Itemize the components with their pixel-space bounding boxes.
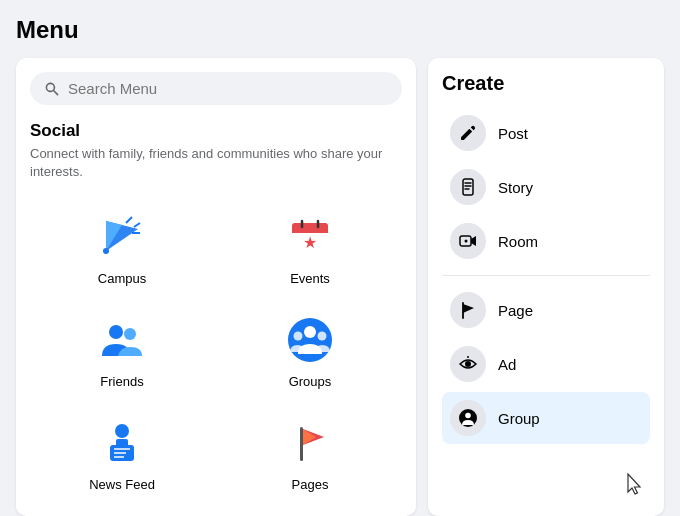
svg-point-35 bbox=[465, 413, 471, 419]
divider bbox=[442, 275, 650, 276]
story-icon bbox=[450, 169, 486, 205]
svg-point-21 bbox=[115, 424, 129, 438]
groups-item[interactable]: Groups bbox=[218, 300, 402, 399]
page-flag-icon bbox=[450, 292, 486, 328]
right-panel: Create Post Story bbox=[428, 58, 664, 516]
svg-point-30 bbox=[465, 240, 468, 243]
groups-label: Groups bbox=[289, 374, 332, 389]
search-bar[interactable] bbox=[30, 72, 402, 105]
post-icon bbox=[450, 115, 486, 151]
news-feed-item[interactable]: News Feed bbox=[30, 403, 214, 502]
room-label: Room bbox=[498, 233, 538, 250]
pages-label: Pages bbox=[292, 477, 329, 492]
svg-point-16 bbox=[124, 328, 136, 340]
svg-rect-23 bbox=[116, 439, 128, 449]
left-panel: Social Connect with family, friends and … bbox=[16, 58, 416, 516]
svg-point-20 bbox=[318, 332, 327, 341]
create-room-item[interactable]: Room bbox=[442, 215, 650, 267]
events-label: Events bbox=[290, 271, 330, 286]
page-title: Menu bbox=[16, 16, 664, 44]
cursor-icon bbox=[624, 472, 646, 498]
news-feed-label: News Feed bbox=[89, 477, 155, 492]
friends-item[interactable]: Friends bbox=[30, 300, 214, 399]
campus-item[interactable]: Campus bbox=[30, 197, 214, 296]
ad-icon bbox=[450, 346, 486, 382]
search-input[interactable] bbox=[68, 80, 388, 97]
news-feed-icon bbox=[96, 417, 148, 469]
social-section-title: Social bbox=[30, 121, 402, 141]
svg-point-17 bbox=[288, 318, 332, 362]
create-post-item[interactable]: Post bbox=[442, 107, 650, 159]
search-icon bbox=[44, 81, 60, 97]
campus-icon bbox=[96, 211, 148, 263]
room-icon bbox=[450, 223, 486, 259]
pages-item[interactable]: Pages bbox=[218, 403, 402, 502]
create-group-item[interactable]: Group bbox=[442, 392, 650, 444]
group-icon bbox=[450, 400, 486, 436]
create-page-item[interactable]: Page bbox=[442, 284, 650, 336]
svg-point-19 bbox=[294, 332, 303, 341]
create-title: Create bbox=[442, 72, 650, 95]
friends-icon bbox=[96, 314, 148, 366]
create-story-item[interactable]: Story bbox=[442, 161, 650, 213]
post-label: Post bbox=[498, 125, 528, 142]
svg-point-32 bbox=[465, 361, 471, 367]
story-label: Story bbox=[498, 179, 533, 196]
svg-text:★: ★ bbox=[303, 234, 317, 251]
svg-rect-27 bbox=[300, 427, 303, 461]
social-section-desc: Connect with family, friends and communi… bbox=[30, 145, 402, 181]
pages-icon bbox=[284, 417, 336, 469]
svg-line-4 bbox=[134, 223, 140, 227]
svg-point-2 bbox=[103, 248, 109, 254]
events-item[interactable]: ★ Events bbox=[218, 197, 402, 296]
groups-icon bbox=[284, 314, 336, 366]
group-label: Group bbox=[498, 410, 540, 427]
events-icon: ★ bbox=[284, 211, 336, 263]
svg-line-3 bbox=[126, 217, 132, 223]
social-grid: Campus bbox=[30, 197, 402, 502]
ad-label: Ad bbox=[498, 356, 516, 373]
svg-point-18 bbox=[304, 326, 316, 338]
svg-rect-28 bbox=[463, 179, 473, 195]
page-label: Page bbox=[498, 302, 533, 319]
friends-label: Friends bbox=[100, 374, 143, 389]
svg-point-15 bbox=[109, 325, 123, 339]
campus-label: Campus bbox=[98, 271, 146, 286]
create-ad-item[interactable]: Ad bbox=[442, 338, 650, 390]
